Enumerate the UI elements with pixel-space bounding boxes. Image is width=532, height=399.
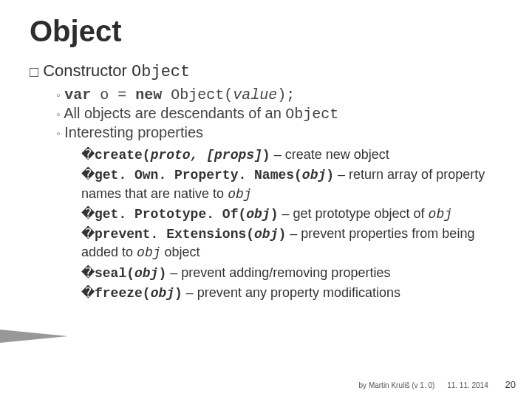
box-bullet-icon: � bbox=[81, 226, 95, 241]
interesting-text: Interesting properties bbox=[64, 124, 203, 140]
descendants-text: All objects are descendants of an bbox=[64, 105, 285, 121]
prop-preventextensions: �prevent. Extensions(obj) – prevent prop… bbox=[81, 225, 502, 262]
sub-descendants: ◦ All objects are descendants of an Obje… bbox=[56, 105, 502, 123]
prop-seal: �seal(obj) – prevent adding/removing pro… bbox=[81, 264, 502, 282]
box-bullet-icon: � bbox=[81, 206, 95, 221]
properties-list: �create(proto, [props]) – create new obj… bbox=[81, 146, 502, 302]
slide-title: Object bbox=[30, 15, 502, 48]
prop-getprototypeof: �get. Prototype. Of(obj) – get prototype… bbox=[81, 205, 502, 223]
descendants-code: Object bbox=[285, 106, 338, 123]
prop-getownpropnames: �get. Own. Property. Names(obj) – return… bbox=[81, 166, 502, 203]
sub-interesting: ◦ Interesting properties bbox=[56, 124, 502, 141]
bullet-constructor: □ Constructor Object bbox=[30, 61, 502, 81]
box-bullet-icon: � bbox=[81, 147, 95, 162]
footer-date: 11. 11. 2014 bbox=[447, 381, 488, 389]
square-bullet-icon: □ bbox=[30, 64, 38, 80]
footer-author: by Martin Kruliš (v 1. 0) bbox=[359, 381, 435, 389]
footer-page-number: 20 bbox=[505, 379, 516, 390]
ring-bullet-icon: ◦ bbox=[56, 108, 61, 120]
code-var-new: var o = new Object(value); bbox=[64, 86, 295, 103]
ring-bullet-icon: ◦ bbox=[56, 127, 61, 140]
constructor-label: Constructor bbox=[43, 61, 132, 80]
box-bullet-icon: � bbox=[81, 167, 95, 182]
footer: by Martin Kruliš (v 1. 0) 11. 11. 2014 2… bbox=[359, 379, 516, 390]
box-bullet-icon: � bbox=[81, 265, 95, 280]
sub-var-new: ◦ var o = new Object(value); bbox=[56, 86, 502, 103]
slide: Object □ Constructor Object ◦ var o = ne… bbox=[0, 0, 532, 399]
decorative-wedge-icon bbox=[0, 330, 68, 343]
prop-freeze: �freeze(obj) – prevent any property modi… bbox=[81, 284, 502, 302]
prop-create: �create(proto, [props]) – create new obj… bbox=[81, 146, 502, 164]
ring-bullet-icon: ◦ bbox=[56, 89, 61, 101]
constructor-code: Object bbox=[132, 63, 190, 81]
box-bullet-icon: � bbox=[81, 285, 95, 300]
